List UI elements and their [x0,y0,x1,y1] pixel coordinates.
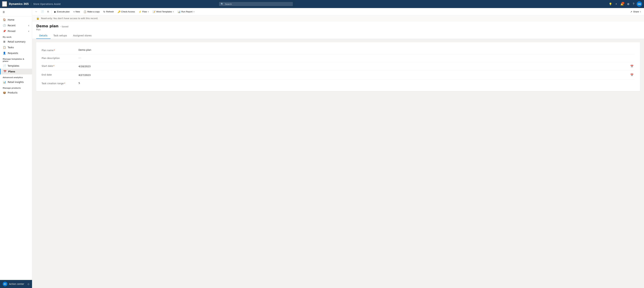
flow-icon: ⚡ [138,10,142,13]
sidebar-item-pinned[interactable]: 📌 Pinned ∨ [0,28,32,34]
add-button[interactable]: + [614,1,618,6]
run-report-chevron-icon: ∨ [193,11,194,12]
doc-view-button[interactable]: 📄 [40,9,46,14]
action-center-button[interactable]: AC Action center ◇ [0,280,32,288]
sidebar-item-retail-summary[interactable]: ⊞ Retail summary [0,39,32,44]
search-box[interactable]: 🔍 [219,2,293,6]
execute-plan-button[interactable]: ▶ Execute plan [53,9,71,14]
record-tabs: Details Task setups Assigned stores [36,32,640,39]
start-date-value: 4/18/2023 📅 [78,64,634,68]
task-creation-range-required-marker: * [64,82,65,85]
sidebar-label-retail-insights: Retail insights [8,81,24,83]
new-label: New [76,10,80,13]
lock-icon: 🔒 [36,17,40,20]
refresh-icon: ↻ [103,10,105,13]
plan-name-value: Demo plan [78,49,634,51]
products-icon: 📦 [3,91,6,94]
sidebar-item-plans[interactable]: 📅 Plans [0,69,32,74]
refresh-button[interactable]: ↻ Refresh [102,9,116,14]
sidebar-item-requests[interactable]: 👤 Requests [0,50,32,56]
form-row-start-date: Start date* 4/18/2023 📅 [42,62,634,71]
sidebar-item-home[interactable]: 🏠 Home [0,17,32,23]
plan-description-text: --- [78,56,81,59]
sidebar-label-tasks: Tasks [8,46,14,49]
sidebar-item-tasks[interactable]: 📋 Tasks [0,44,32,50]
check-access-button[interactable]: 🔑 Check Access [116,9,137,14]
end-date-label: End date [42,73,78,76]
start-date-calendar-button[interactable]: 📅 [629,64,634,68]
start-date-label: Start date* [42,64,78,67]
tab-details[interactable]: Details [36,32,50,39]
share-button[interactable]: ↗ Share ∨ [628,9,643,14]
insights-icon: 📊 [3,81,6,84]
plus-icon: + [616,2,617,5]
main-layout: ☰ 🏠 Home 🕐 Recent ∨ 📌 Pinned ∨ My work [0,8,644,288]
waffle-menu-button[interactable]: ⊞ [2,1,7,7]
app-name: Store Operations Assist [31,3,61,5]
form-row-end-date: End date 4/27/2023 📅 [42,71,634,79]
flow-chevron-icon: ∨ [148,11,149,12]
sidebar-item-templates[interactable]: 📄 Templates [0,63,32,69]
settings-button[interactable]: ⚙ [626,1,630,7]
pin-icon: 📌 [3,30,6,33]
top-navigation: ⊞ Dynamics 365 Store Operations Assist 🔍… [0,0,644,8]
lightbulb-button[interactable]: 💡 [608,1,613,7]
sidebar-item-products[interactable]: 📦 Products [0,90,32,95]
help-button[interactable]: ? [632,1,635,6]
action-center-label: Action center [9,283,24,285]
sidebar-label-products: Products [8,91,18,94]
tab-assigned-stores[interactable]: Assigned stores [70,32,94,39]
form-row-plan-description: Plan description --- [42,54,634,62]
notification-button[interactable]: 🔔 10 [619,1,625,7]
sidebar-item-recent[interactable]: 🕐 Recent ∨ [0,23,32,28]
record-area: 🔒 Read-only: You don't have access to ed… [32,15,644,288]
flow-label: Flow [142,10,147,13]
make-copy-icon: 📋 [84,10,86,13]
app-title: Dynamics 365 [9,2,29,5]
share-chevron-icon: ∨ [640,11,641,12]
end-date-value: 4/27/2023 📅 [78,73,634,77]
execute-plan-label: Execute plan [57,10,70,13]
sidebar-label-requests: Requests [8,52,18,54]
record-saved-status: - Saved [60,25,68,28]
word-templates-chevron-icon: ∨ [173,11,174,12]
flow-button[interactable]: ⚡ Flow ∨ [137,9,150,14]
readonly-message: Read-only: You don't have access to edit… [41,17,98,19]
action-center-avatar: AC [3,282,8,286]
command-bar: ← 📄 ⎘ ▶ Execute plan + New 📋 Make a copy [32,8,644,15]
tasks-icon: 📋 [3,46,6,49]
make-copy-button[interactable]: 📋 Make a copy [82,9,101,14]
copy-view-button[interactable]: ⎘ [46,9,50,14]
execute-icon: ▶ [54,10,56,13]
divider-1 [52,10,52,14]
search-icon: 🔍 [221,3,224,5]
plan-name-label: Plan name* [42,49,78,52]
form-row-plan-name: Plan name* Demo plan [42,46,634,54]
my-work-section-label: My work [0,34,32,39]
make-copy-label: Make a copy [87,10,100,13]
requests-icon: 👤 [3,52,6,55]
back-button[interactable]: ← [34,9,39,14]
run-report-button[interactable]: 📊 Run Report ∨ [176,9,196,14]
document-icon: 📄 [41,10,44,13]
sidebar-label-home: Home [8,18,14,21]
form-row-task-creation-range: Task creation range* 5 [42,79,634,87]
sidebar-toggle-button[interactable]: ☰ [0,9,32,15]
sidebar-label-recent: Recent [8,24,16,27]
word-templates-button[interactable]: 📝 Word Templates ∨ [151,9,176,14]
word-icon: 📝 [152,10,156,13]
new-button[interactable]: + New [72,9,82,14]
chevron-down-icon-2: ∨ [28,30,29,32]
end-date-calendar-button[interactable]: 📅 [629,73,634,77]
task-creation-range-label: Task creation range* [42,82,78,85]
manage-templates-section-label: Manage templates & plans [0,56,32,63]
notification-badge: 10 [621,2,624,4]
record-header: Demo plan - Saved Plan Details Task setu… [32,21,644,39]
tab-task-setups[interactable]: Task setups [50,32,70,39]
task-creation-range-text: 5 [78,82,80,84]
sidebar-item-retail-insights[interactable]: 📊 Retail insights [0,79,32,85]
search-input[interactable] [225,3,291,5]
user-avatar-button[interactable]: SM [636,1,642,7]
refresh-label: Refresh [106,10,114,13]
sidebar-label-retail-summary: Retail summary [8,40,26,43]
